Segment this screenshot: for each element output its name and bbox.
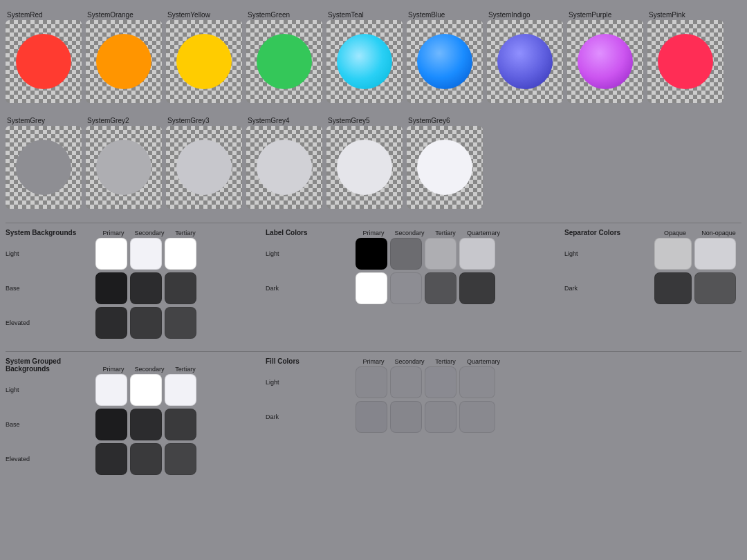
swatch-row: Light bbox=[266, 238, 504, 270]
color-swatch bbox=[425, 272, 456, 304]
color-item-systemyellow: SystemYellow bbox=[166, 11, 243, 103]
color-swatch bbox=[165, 409, 196, 440]
color-box bbox=[647, 20, 723, 103]
color-swatch bbox=[390, 238, 422, 270]
color-label: SystemPink bbox=[647, 11, 685, 19]
color-box bbox=[86, 20, 162, 103]
color-circle bbox=[497, 34, 553, 89]
swatch-section: System BackgroundsPrimarySecondaryTertia… bbox=[6, 229, 203, 342]
section-title: System Backgrounds bbox=[6, 229, 95, 236]
swatch-sections-2: System Grouped BackgroundsPrimarySeconda… bbox=[0, 357, 747, 478]
col-header: Tertiary bbox=[167, 230, 203, 236]
color-swatch bbox=[95, 272, 127, 304]
color-label: SystemGrey6 bbox=[407, 117, 450, 124]
color-swatch bbox=[95, 374, 127, 406]
swatch-row: Light bbox=[6, 374, 203, 406]
color-label: SystemRed bbox=[6, 11, 43, 19]
color-item-systemgreen: SystemGreen bbox=[246, 11, 324, 103]
color-label: SystemGrey3 bbox=[166, 117, 210, 124]
color-swatch bbox=[356, 272, 387, 304]
color-item-systemgrey2: SystemGrey2 bbox=[86, 117, 163, 209]
color-circle bbox=[257, 34, 312, 89]
color-box bbox=[326, 20, 403, 103]
color-swatch bbox=[459, 238, 495, 270]
col-header: Secondary bbox=[391, 230, 427, 236]
color-row-2: SystemGreySystemGrey2SystemGrey3SystemGr… bbox=[0, 114, 747, 212]
color-swatch bbox=[130, 238, 162, 270]
swatch-row: Dark bbox=[266, 401, 504, 433]
row-label: Dark bbox=[564, 285, 654, 292]
color-box bbox=[166, 20, 242, 103]
color-label: SystemTeal bbox=[326, 11, 364, 19]
color-box bbox=[6, 126, 82, 209]
color-circle bbox=[16, 34, 71, 89]
col-header: Primary bbox=[356, 230, 391, 236]
swatch-row: Elevated bbox=[6, 443, 203, 475]
color-circle bbox=[96, 34, 151, 89]
row-label: Light bbox=[266, 379, 356, 386]
color-box bbox=[246, 20, 322, 103]
col-header: Opaque bbox=[654, 230, 696, 236]
row-label: Light bbox=[6, 386, 95, 393]
swatch-section: Label ColorsPrimarySecondaryTertiaryQuar… bbox=[266, 229, 504, 342]
header bbox=[0, 0, 747, 8]
col-header: Primary bbox=[95, 366, 131, 373]
color-row-1: SystemRedSystemOrangeSystemYellowSystemG… bbox=[0, 8, 747, 106]
row-label: Base bbox=[6, 285, 95, 292]
color-circle bbox=[337, 140, 392, 195]
row-label: Dark bbox=[266, 285, 356, 292]
color-swatch bbox=[95, 409, 127, 440]
col-header: Secondary bbox=[131, 230, 167, 236]
color-swatch bbox=[390, 366, 422, 398]
color-item-systemteal: SystemTeal bbox=[326, 11, 404, 103]
color-swatch bbox=[130, 307, 162, 339]
color-item-systempink: SystemPink bbox=[647, 11, 725, 103]
row-label: Light bbox=[266, 250, 356, 257]
swatch-section: Fill ColorsPrimarySecondaryTertiaryQuart… bbox=[266, 357, 504, 478]
color-label: SystemOrange bbox=[86, 11, 133, 19]
color-swatch bbox=[425, 366, 456, 398]
color-circle bbox=[658, 34, 713, 89]
color-item-systemred: SystemRed bbox=[6, 11, 83, 103]
row-label: Light bbox=[6, 250, 95, 257]
section-title: Separator Colors bbox=[564, 229, 654, 236]
color-box bbox=[86, 126, 162, 209]
color-label: SystemGrey bbox=[6, 117, 45, 124]
color-item-systemgrey6: SystemGrey6 bbox=[407, 117, 484, 209]
color-swatch bbox=[356, 238, 387, 270]
swatch-row: Light bbox=[6, 238, 203, 270]
color-swatch bbox=[356, 401, 387, 433]
color-circle bbox=[257, 140, 312, 195]
color-swatch bbox=[425, 238, 456, 270]
color-swatch bbox=[165, 443, 196, 475]
col-header: Primary bbox=[95, 230, 131, 236]
color-swatch bbox=[390, 401, 422, 433]
swatch-row: Dark bbox=[564, 272, 741, 304]
color-swatch bbox=[130, 409, 162, 440]
color-label: SystemYellow bbox=[166, 11, 210, 19]
color-item-systemindigo: SystemIndigo bbox=[487, 11, 564, 103]
color-swatch bbox=[459, 272, 495, 304]
section-title: System Grouped Backgrounds bbox=[6, 357, 95, 373]
color-swatch bbox=[459, 401, 495, 433]
section-title: Label Colors bbox=[266, 229, 356, 236]
color-swatch bbox=[165, 307, 196, 339]
color-swatch bbox=[694, 238, 736, 270]
color-item-systemgrey: SystemGrey bbox=[6, 117, 83, 209]
color-swatch bbox=[459, 366, 495, 398]
color-item-systempurple: SystemPurple bbox=[567, 11, 645, 103]
col-header: Quarternary bbox=[463, 358, 504, 365]
color-circle bbox=[337, 34, 392, 89]
color-label: SystemPurple bbox=[567, 11, 611, 19]
color-circle bbox=[176, 34, 232, 89]
col-header: Tertiary bbox=[167, 366, 203, 373]
color-circle bbox=[417, 34, 472, 89]
color-swatch bbox=[390, 272, 422, 304]
color-item-systemblue: SystemBlue bbox=[407, 11, 484, 103]
col-header: Secondary bbox=[391, 358, 427, 365]
color-circle bbox=[578, 34, 633, 89]
color-swatch bbox=[130, 374, 162, 406]
swatch-row: Base bbox=[6, 272, 203, 304]
row-label: Dark bbox=[266, 413, 356, 420]
color-swatch bbox=[165, 374, 196, 406]
